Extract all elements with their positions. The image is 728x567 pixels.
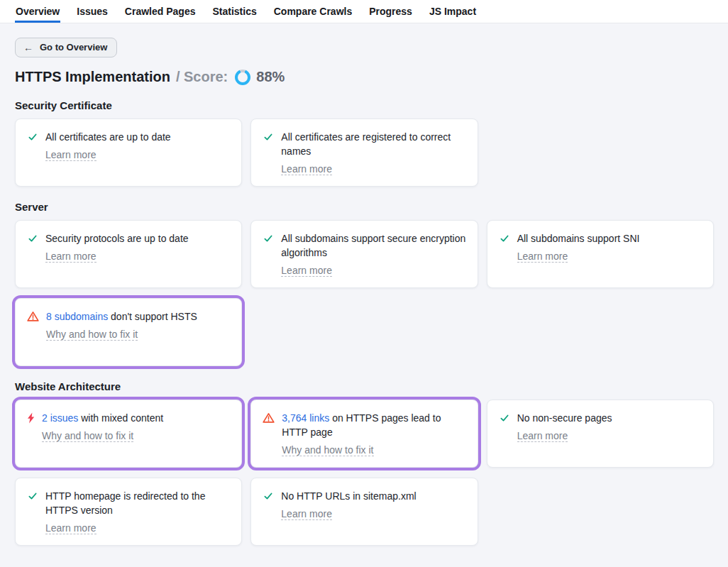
go-to-overview-button[interactable]: ← Go to Overview [15, 38, 117, 57]
status-card-sni-support: All subdomains support SNI Learn more [487, 220, 714, 288]
check-icon [263, 131, 274, 143]
status-text: Security protocols are up to date [45, 231, 189, 246]
why-how-to-fix-link[interactable]: Why and how to fix it [282, 444, 373, 456]
status-text: All certificates are registered to corre… [281, 130, 465, 158]
status-text: HTTP homepage is redirected to the HTTPS… [45, 489, 230, 517]
check-icon [263, 490, 274, 502]
check-icon [27, 233, 38, 244]
status-card-non-secure-pages: No non-secure pages Learn more [487, 400, 714, 468]
learn-more-link[interactable]: Learn more [45, 149, 96, 161]
status-card-sitemap-urls: No HTTP URLs in sitemap.xml Learn more [250, 478, 478, 546]
section-security-certificate: Security Certificate All certificates ar… [15, 99, 714, 187]
status-card-certificates-up-to-date: All certificates are up to date Learn mo… [15, 119, 242, 187]
issue-count-link[interactable]: 2 issues [42, 412, 78, 424]
section-server: Server Security protocols are up to date… [15, 201, 714, 366]
status-text: All subdomains support SNI [517, 231, 640, 246]
status-card-security-protocols: Security protocols are up to date Learn … [15, 220, 242, 288]
bolt-icon [27, 412, 35, 424]
tab-issues[interactable]: Issues [76, 0, 109, 23]
learn-more-link[interactable]: Learn more [281, 163, 332, 175]
score-ring-icon [235, 70, 250, 85]
issue-card-hsts: 8 subdomains don't support HSTS Why and … [15, 298, 242, 366]
top-nav: Overview Issues Crawled Pages Statistics… [0, 0, 728, 23]
https-implementation-report: ← Go to Overview HTTPS Implementation / … [0, 23, 728, 563]
status-card-encryption-algorithms: All subdomains support secure encryption… [250, 220, 478, 288]
section-website-architecture: Website Architecture 2 issues with mixed… [15, 380, 714, 546]
issue-count-link[interactable]: 3,764 links [282, 412, 329, 424]
tab-js-impact[interactable]: JS Impact [429, 0, 477, 23]
status-text: All certificates are up to date [45, 130, 171, 144]
back-arrow-icon: ← [23, 43, 33, 53]
section-title: Website Architecture [15, 380, 714, 392]
section-title: Server [15, 201, 714, 213]
learn-more-link[interactable]: Learn more [517, 251, 568, 263]
report-title: HTTPS Implementation [15, 69, 170, 85]
tab-statistics[interactable]: Statistics [211, 0, 257, 23]
tab-overview[interactable]: Overview [15, 0, 60, 23]
section-title: Security Certificate [15, 99, 714, 111]
page-title: HTTPS Implementation / Score: 88% [15, 69, 714, 85]
learn-more-link[interactable]: Learn more [45, 251, 96, 263]
learn-more-link[interactable]: Learn more [281, 265, 332, 277]
why-how-to-fix-link[interactable]: Why and how to fix it [42, 430, 133, 442]
warning-icon [263, 412, 275, 424]
check-icon [263, 233, 274, 244]
learn-more-link[interactable]: Learn more [281, 508, 332, 520]
issue-count-link[interactable]: 8 subdomains [46, 311, 108, 322]
score-value: 88% [256, 69, 285, 85]
status-card-certificates-registered: All certificates are registered to corre… [250, 119, 478, 187]
warning-icon [27, 311, 39, 322]
go-to-overview-label: Go to Overview [40, 42, 107, 53]
check-icon [499, 233, 510, 244]
learn-more-link[interactable]: Learn more [517, 430, 568, 442]
issue-card-https-to-http-links: 3,764 links on HTTPS pages lead to HTTP … [250, 400, 478, 468]
issue-card-mixed-content: 2 issues with mixed content Why and how … [15, 400, 242, 468]
tab-compare-crawls[interactable]: Compare Crawls [273, 0, 353, 23]
status-text: All subdomains support secure encryption… [281, 231, 465, 260]
status-text: No HTTP URLs in sitemap.xml [281, 489, 416, 503]
status-text: No non-secure pages [517, 411, 612, 425]
why-how-to-fix-link[interactable]: Why and how to fix it [46, 329, 138, 341]
check-icon [499, 412, 510, 424]
learn-more-link[interactable]: Learn more [45, 522, 96, 534]
status-text: with mixed content [78, 412, 163, 424]
status-text: don't support HSTS [108, 311, 197, 322]
tab-crawled-pages[interactable]: Crawled Pages [124, 0, 197, 23]
status-card-homepage-redirect: HTTP homepage is redirected to the HTTPS… [15, 478, 242, 546]
check-icon [27, 490, 38, 502]
check-icon [27, 131, 38, 143]
score-label: / Score: [176, 69, 228, 85]
tab-progress[interactable]: Progress [368, 0, 413, 23]
